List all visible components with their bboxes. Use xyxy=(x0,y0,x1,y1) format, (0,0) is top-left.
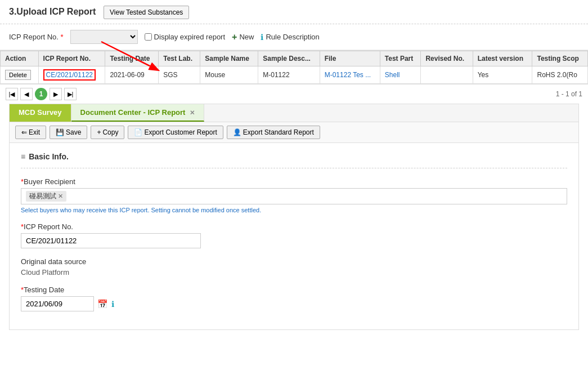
page-title: 3.Upload ICP Report xyxy=(9,7,96,17)
row-file[interactable]: M-01122 Tes ... xyxy=(320,66,380,84)
original-data-source-label: Original data source xyxy=(21,257,567,266)
row-icp-report-no: CE/2021/01122 xyxy=(38,66,105,84)
calendar-icon[interactable]: 📅 xyxy=(97,299,108,309)
col-latest-version: Latest version xyxy=(473,51,532,66)
testing-date-label: *Testing Date xyxy=(21,286,567,294)
col-icp-report-no: ICP Report No. xyxy=(38,51,105,66)
row-action: Delete xyxy=(1,66,39,84)
pagination: |◀ ◀ 1 ▶ ▶| 1 - 1 of 1 xyxy=(0,84,588,104)
next-page-button[interactable]: ▶ xyxy=(50,88,62,100)
copy-button[interactable]: + Copy xyxy=(91,126,124,139)
export-standard-button[interactable]: 👤 Export Standard Report xyxy=(227,126,320,139)
buyer-recipient-input[interactable]: 碰易測試 ✕ xyxy=(21,188,567,204)
buyer-recipient-group: *Buyer Recipient 碰易測試 ✕ Select buyers wh… xyxy=(21,177,567,213)
col-sample-desc: Sample Desc... xyxy=(258,51,320,66)
display-expired-checkbox[interactable] xyxy=(145,33,152,41)
row-sample-desc: M-01122 xyxy=(258,66,320,84)
filter-label: ICP Report No. * xyxy=(9,33,64,41)
icp-report-no-input[interactable] xyxy=(21,233,201,248)
page-header: 3.Upload ICP Report View Tested Substanc… xyxy=(0,0,588,24)
info-circle-icon: ℹ xyxy=(261,33,263,42)
view-tested-substances-button[interactable]: View Tested Substances xyxy=(104,6,189,19)
file-link[interactable]: M-01122 Tes ... xyxy=(325,71,371,79)
remove-tag-button[interactable]: ✕ xyxy=(58,193,63,200)
export-standard-icon: 👤 xyxy=(233,128,241,136)
col-test-lab: Test Lab. xyxy=(159,51,200,66)
last-page-button[interactable]: ▶| xyxy=(64,88,77,100)
row-testing-date: 2021-06-09 xyxy=(105,66,159,84)
col-revised-no: Revised No. xyxy=(421,51,473,66)
row-sample-name: Mouse xyxy=(200,66,258,84)
exit-icon: ⇐ xyxy=(21,128,27,136)
col-action: Action xyxy=(1,51,39,66)
col-test-part: Test Part xyxy=(380,51,421,66)
section-divider xyxy=(21,168,567,168)
display-expired-label[interactable]: Display expired report xyxy=(145,33,225,41)
delete-button[interactable]: Delete xyxy=(5,70,31,80)
original-data-source-group: Original data source Cloud Platform xyxy=(21,257,567,277)
mcd-survey-tab[interactable]: MCD Survey xyxy=(10,104,71,122)
save-button[interactable]: 💾 Save xyxy=(50,126,87,139)
document-center-icp-tab[interactable]: Document Center - ICP Report ✕ xyxy=(71,104,204,122)
col-file: File xyxy=(320,51,380,66)
copy-icon: + xyxy=(97,128,101,136)
doc-body: ≡ Basic Info. *Buyer Recipient 碰易測試 ✕ Se… xyxy=(10,143,578,329)
close-tab-icon[interactable]: ✕ xyxy=(190,109,195,116)
current-page: 1 xyxy=(35,88,47,100)
icp-report-select[interactable] xyxy=(70,30,138,44)
buyer-tag: 碰易測試 ✕ xyxy=(26,191,66,202)
icp-report-no-label: *ICP Report No. xyxy=(21,222,567,231)
row-test-part[interactable]: Shell xyxy=(380,66,421,84)
rule-description-button[interactable]: Rule Description xyxy=(266,33,319,41)
export-customer-button[interactable]: 📄 Export Customer Report xyxy=(128,126,223,139)
prev-page-button[interactable]: ◀ xyxy=(20,88,33,100)
row-testing-scope: RoHS 2.0(Ro xyxy=(532,66,588,84)
save-icon: 💾 xyxy=(56,128,64,136)
info-icon[interactable]: ℹ xyxy=(111,300,114,309)
filter-bar: ICP Report No. * Display expired report … xyxy=(0,24,588,50)
doc-tabs: MCD Survey Document Center - ICP Report … xyxy=(10,104,578,122)
section-title: Basic Info. xyxy=(29,152,69,161)
testing-date-group: *Testing Date 📅 ℹ xyxy=(21,286,567,311)
exit-button[interactable]: ⇐ Exit xyxy=(15,126,46,139)
testing-date-row: 📅 ℹ xyxy=(21,296,567,311)
buyer-recipient-label: *Buyer Recipient xyxy=(21,177,567,186)
test-part-link[interactable]: Shell xyxy=(385,71,400,79)
pagination-controls: |◀ ◀ 1 ▶ ▶| xyxy=(6,88,77,100)
new-button[interactable]: New xyxy=(239,33,254,41)
page-info: 1 - 1 of 1 xyxy=(556,90,582,98)
row-test-lab: SGS xyxy=(159,66,200,84)
plus-icon: + xyxy=(232,32,237,42)
doc-toolbar: ⇐ Exit 💾 Save + Copy 📄 Export Customer R… xyxy=(10,122,578,143)
table-row: Delete CE/2021/01122 2021-06-09 SGS Mous… xyxy=(1,66,588,84)
helper-text: Select buyers who may receive this ICP r… xyxy=(21,207,567,213)
row-revised-no xyxy=(421,66,473,84)
testing-date-input[interactable] xyxy=(21,296,94,311)
export-customer-icon: 📄 xyxy=(134,128,142,136)
icp-report-link[interactable]: CE/2021/01122 xyxy=(43,69,96,81)
original-data-source-value: Cloud Platform xyxy=(21,268,567,277)
first-page-button[interactable]: |◀ xyxy=(6,88,18,100)
col-testing-scope: Testing Scop xyxy=(532,51,588,66)
document-center-panel: MCD Survey Document Center - ICP Report … xyxy=(9,104,579,330)
list-icon: ≡ xyxy=(21,152,25,161)
col-sample-name: Sample Name xyxy=(200,51,258,66)
row-latest-version: Yes xyxy=(473,66,532,84)
section-header: ≡ Basic Info. xyxy=(21,152,567,161)
col-testing-date: Testing Date xyxy=(105,51,159,66)
icp-table: Action ICP Report No. Testing Date Test … xyxy=(0,50,588,84)
icp-report-no-group: *ICP Report No. xyxy=(21,222,567,248)
